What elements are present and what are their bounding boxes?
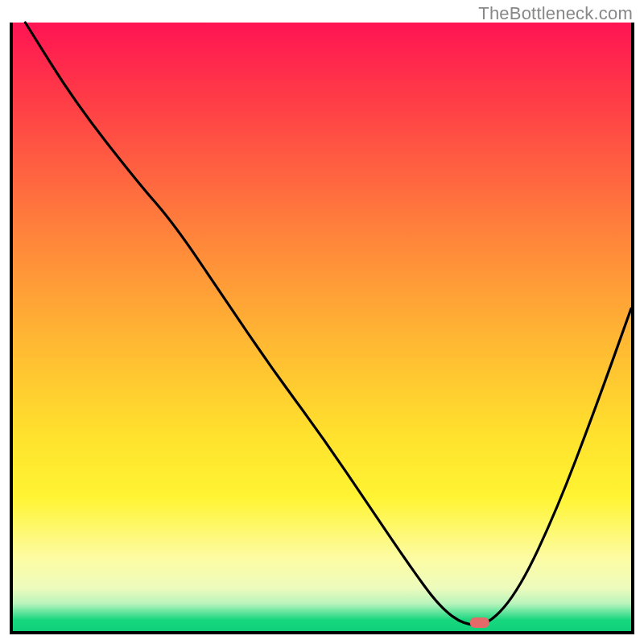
bottleneck-curve (25, 23, 631, 625)
chart-plot (13, 23, 631, 631)
optimum-marker (470, 617, 489, 628)
axis-bottom (10, 631, 634, 634)
axis-left (10, 23, 13, 634)
axis-right (631, 23, 634, 634)
watermark-text: TheBottleneck.com (478, 3, 633, 24)
chart-stage: TheBottleneck.com (0, 0, 644, 644)
